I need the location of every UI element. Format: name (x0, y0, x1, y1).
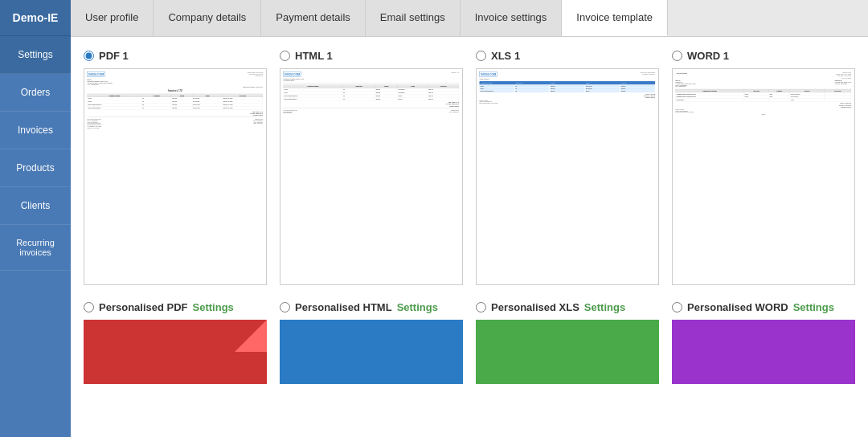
personalised-preview-word[interactable] (672, 320, 855, 384)
personalised-label-word: Personalised WORD Settings (672, 301, 855, 313)
template-name-html1: HTML 1 (295, 50, 333, 62)
template-label-html1: HTML 1 (280, 50, 333, 62)
personalised-name-xls: Personalised XLS (491, 301, 579, 313)
template-option-pdf1: PDF 1 INV24.COM Invoice date: 01/11/2018… (84, 50, 267, 285)
personalised-option-xls: Personalised XLS Settings (476, 301, 659, 384)
template-option-html1: HTML 1 INV24.COM Invoice # 72 Guillaume … (280, 50, 463, 285)
sidebar-item-recurring[interactable]: Recurring invoices (0, 225, 71, 271)
template-name-word1: WORD 1 (687, 50, 729, 62)
personalised-name-pdf: Personalised PDF (99, 301, 188, 313)
personalised-radio-xls[interactable] (476, 302, 486, 312)
template-radio-html1[interactable] (280, 51, 290, 61)
html-preview-box (280, 320, 463, 384)
personalised-radio-pdf[interactable] (84, 302, 94, 312)
personalised-settings-word[interactable]: Settings (793, 301, 834, 313)
tab-payment-details[interactable]: Payment details (261, 0, 366, 36)
personalised-preview-xls[interactable] (476, 320, 659, 384)
template-name-xls1: XLS 1 (491, 50, 520, 62)
personalised-label-xls: Personalised XLS Settings (476, 301, 659, 313)
personalised-settings-pdf[interactable]: Settings (193, 301, 234, 313)
template-option-word1: WORD 1 INVOLOGO Invoice # 299 Invoice da… (672, 50, 855, 285)
sidebar: Demo-IE Settings Orders Invoices Product… (0, 0, 71, 437)
personalised-preview-html[interactable] (280, 320, 463, 384)
personalised-option-html: Personalised HTML Settings (280, 301, 463, 384)
tab-user-profile[interactable]: User profile (71, 0, 154, 36)
personalised-radio-word[interactable] (672, 302, 682, 312)
sidebar-logo: Demo-IE (0, 0, 71, 36)
personalised-settings-html[interactable]: Settings (397, 301, 438, 313)
word-preview-box (672, 320, 855, 384)
xls-preview-box (476, 320, 659, 384)
template-preview-xls1[interactable]: INV24.COM New from Client Details Compan… (476, 68, 659, 285)
sidebar-item-settings[interactable]: Settings (0, 36, 71, 74)
template-radio-word1[interactable] (672, 51, 682, 61)
personalised-radio-html[interactable] (280, 302, 290, 312)
tab-bar: User profile Company details Payment det… (71, 0, 868, 37)
template-preview-html1[interactable]: INV24.COM Invoice # 72 Guillaume Philipp… (280, 68, 463, 285)
content-area: PDF 1 INV24.COM Invoice date: 01/11/2018… (71, 37, 868, 437)
template-name-pdf1: PDF 1 (99, 50, 129, 62)
template-section: PDF 1 INV24.COM Invoice date: 01/11/2018… (84, 50, 855, 285)
template-label-xls1: XLS 1 (476, 50, 520, 62)
tab-email-settings[interactable]: Email settings (366, 0, 461, 36)
main-content: User profile Company details Payment det… (71, 0, 868, 437)
template-preview-pdf1[interactable]: INV24.COM Invoice date: 01/11/2018 Due d… (84, 68, 267, 285)
personalised-preview-pdf[interactable] (84, 320, 267, 384)
tab-invoice-template[interactable]: Invoice template (562, 0, 668, 36)
template-radio-xls1[interactable] (476, 51, 486, 61)
sidebar-item-products[interactable]: Products (0, 149, 71, 187)
personalised-name-word: Personalised WORD (687, 301, 788, 313)
template-label-word1: WORD 1 (672, 50, 729, 62)
sidebar-item-clients[interactable]: Clients (0, 187, 71, 225)
personalised-label-html: Personalised HTML Settings (280, 301, 463, 313)
pdf-preview-box (84, 320, 267, 384)
tab-invoice-settings[interactable]: Invoice settings (461, 0, 563, 36)
personalised-section: Personalised PDF Settings Personalised H… (84, 301, 855, 384)
personalised-option-pdf: Personalised PDF Settings (84, 301, 267, 384)
template-preview-word1[interactable]: INVOLOGO Invoice # 299 Invoice date: 01.… (672, 68, 855, 285)
sidebar-item-orders[interactable]: Orders (0, 74, 71, 112)
template-radio-pdf1[interactable] (84, 51, 94, 61)
template-label-pdf1: PDF 1 (84, 50, 129, 62)
tab-company-details[interactable]: Company details (154, 0, 261, 36)
pdf-corner-fold (235, 320, 267, 352)
sidebar-item-invoices[interactable]: Invoices (0, 112, 71, 149)
personalised-name-html: Personalised HTML (295, 301, 392, 313)
personalised-option-word: Personalised WORD Settings (672, 301, 855, 384)
personalised-label-pdf: Personalised PDF Settings (84, 301, 267, 313)
template-option-xls1: XLS 1 INV24.COM New from Client Details … (476, 50, 659, 285)
personalised-settings-xls[interactable]: Settings (584, 301, 625, 313)
